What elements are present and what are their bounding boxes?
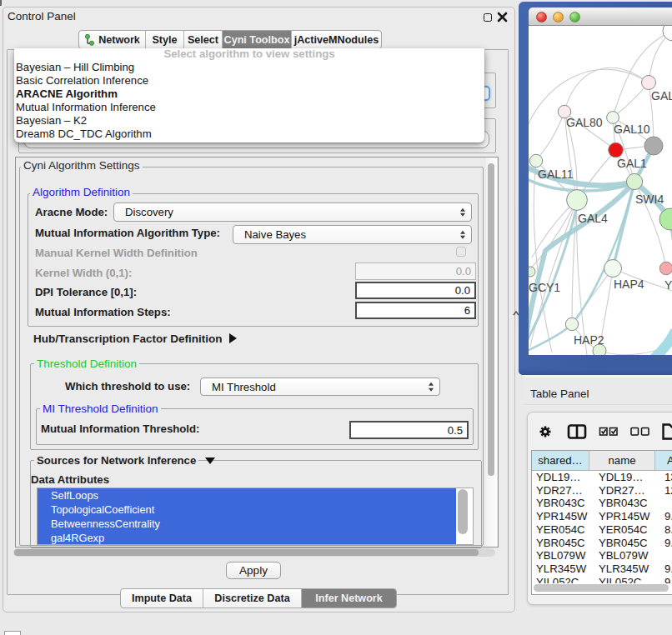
- svg-text:GAL11: GAL11: [538, 168, 574, 181]
- svg-text:Y: Y: [664, 278, 672, 292]
- svg-text:GAL2: GAL2: [651, 89, 672, 102]
- svg-text:SWI4: SWI4: [635, 192, 664, 206]
- svg-text:HAP2: HAP2: [574, 333, 604, 347]
- svg-text:HAP4: HAP4: [614, 278, 644, 291]
- svg-text:GAL4: GAL4: [578, 212, 608, 225]
- svg-text:GAL10: GAL10: [614, 122, 650, 136]
- svg-text:GCY1: GCY1: [529, 281, 560, 294]
- svg-text:GAL80: GAL80: [566, 116, 603, 129]
- svg-text:GAL1: GAL1: [617, 157, 647, 170]
